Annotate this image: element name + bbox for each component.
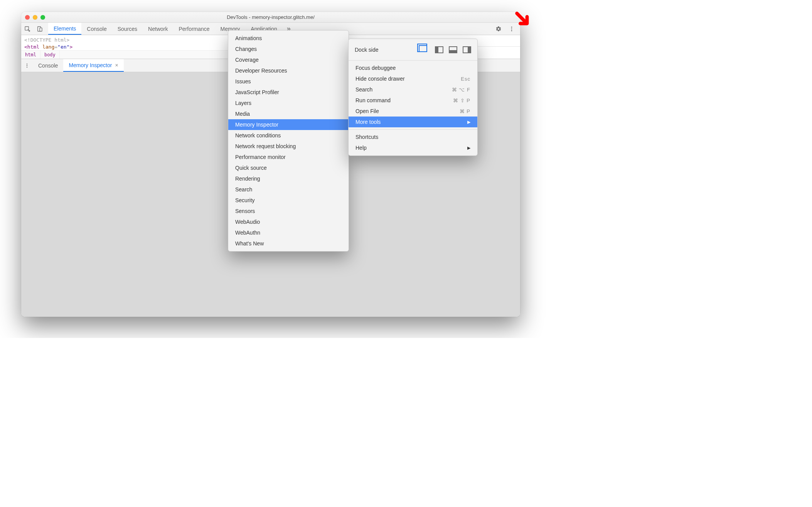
dom-breadcrumb: htmlbody (21, 50, 232, 59)
submenu-item-developer-resources[interactable]: Developer Resources (228, 65, 349, 76)
window-title: DevTools - memory-inspector.glitch.me/ (21, 14, 520, 20)
submenu-item-security[interactable]: Security (228, 195, 349, 206)
dom-tree-pane[interactable]: <!DOCTYPE html> <html lang="en"> htmlbod… (21, 35, 232, 59)
menu-item-run-command[interactable]: Run command⌘ ⇧ P (349, 95, 477, 106)
breadcrumb-body[interactable]: body (40, 51, 60, 59)
submenu-item-what's-new[interactable]: What's New (228, 238, 349, 249)
zoom-window-button[interactable] (40, 15, 45, 20)
tab-console[interactable]: Console (81, 23, 112, 35)
submenu-item-coverage[interactable]: Coverage (228, 54, 349, 65)
submenu-item-javascript-profiler[interactable]: JavaScript Profiler (228, 87, 349, 98)
dock-side-row: Dock side (349, 41, 477, 58)
menu-shortcut: ⌘ ⌥ F (452, 87, 470, 93)
submenu-item-rendering[interactable]: Rendering (228, 173, 349, 184)
menu-item-shortcuts[interactable]: Shortcuts (349, 132, 477, 142)
minimize-window-button[interactable] (33, 15, 37, 20)
submenu-item-performance-monitor[interactable]: Performance monitor (228, 152, 349, 162)
inspect-element-icon[interactable] (21, 23, 34, 35)
submenu-item-changes[interactable]: Changes (228, 44, 349, 54)
tab-sources[interactable]: Sources (112, 23, 143, 35)
dock-right-icon[interactable] (463, 46, 471, 53)
menu-item-help[interactable]: Help▶ (349, 142, 477, 153)
submenu-item-sensors[interactable]: Sensors (228, 206, 349, 216)
menu-separator (349, 60, 477, 61)
chevron-right-icon: ▶ (467, 145, 470, 150)
tab-network[interactable]: Network (143, 23, 173, 35)
submenu-item-network-conditions[interactable]: Network conditions (228, 130, 349, 141)
dock-undock-icon[interactable] (419, 45, 430, 54)
menu-item-focus-debuggee[interactable]: Focus debuggee (349, 63, 477, 73)
dom-doctype: <!DOCTYPE html> (24, 37, 69, 43)
svg-point-7 (27, 65, 27, 66)
dom-html-tag[interactable]: <html lang="en"> (24, 44, 229, 51)
kebab-menu-icon[interactable] (505, 26, 518, 32)
settings-gear-icon[interactable] (492, 26, 505, 32)
dock-side-label: Dock side (355, 47, 378, 53)
submenu-item-quick-source[interactable]: Quick source (228, 162, 349, 173)
svg-point-3 (511, 27, 512, 28)
submenu-item-memory-inspector[interactable]: Memory Inspector (228, 119, 349, 130)
menu-item-search[interactable]: Search⌘ ⌥ F (349, 84, 477, 95)
drawer-kebab-icon[interactable] (21, 59, 33, 72)
submenu-item-webauthn[interactable]: WebAuthn (228, 227, 349, 238)
submenu-item-layers[interactable]: Layers (228, 98, 349, 108)
menu-item-hide-console-drawer[interactable]: Hide console drawerEsc (349, 73, 477, 84)
menu-shortcut: ⌘ P (460, 108, 470, 114)
submenu-item-webaudio[interactable]: WebAudio (228, 216, 349, 227)
svg-point-5 (511, 30, 512, 31)
drawer-tab-memory-inspector[interactable]: Memory Inspector× (63, 59, 123, 72)
submenu-item-issues[interactable]: Issues (228, 76, 349, 87)
dock-bottom-icon[interactable] (449, 46, 457, 53)
dock-left-icon[interactable] (435, 46, 443, 53)
submenu-item-media[interactable]: Media (228, 108, 349, 119)
menu-item-more-tools[interactable]: More tools▶ (349, 117, 477, 127)
drawer-tab-console[interactable]: Console (33, 59, 63, 72)
traffic-lights (25, 15, 45, 20)
more-tools-submenu: AnimationsChangesCoverageDeveloper Resou… (228, 30, 349, 252)
svg-point-8 (27, 66, 27, 67)
close-window-button[interactable] (25, 15, 30, 20)
chevron-right-icon: ▶ (467, 120, 470, 125)
tab-elements[interactable]: Elements (48, 23, 81, 35)
device-toolbar-icon[interactable] (34, 23, 46, 35)
breadcrumb-html[interactable]: html (21, 51, 40, 59)
svg-point-4 (511, 28, 512, 29)
submenu-item-search[interactable]: Search (228, 184, 349, 195)
close-icon[interactable]: × (115, 62, 118, 68)
submenu-item-network-request-blocking[interactable]: Network request blocking (228, 141, 349, 152)
menu-shortcut: Esc (461, 76, 470, 82)
svg-point-6 (27, 63, 27, 64)
menu-item-open-file[interactable]: Open File⌘ P (349, 106, 477, 117)
svg-rect-2 (40, 28, 42, 31)
tab-performance[interactable]: Performance (173, 23, 215, 35)
submenu-item-animations[interactable]: Animations (228, 33, 349, 44)
main-menu: Dock side Focus debuggeeHide console dra… (348, 39, 478, 156)
menu-shortcut: ⌘ ⇧ P (453, 98, 470, 103)
window-titlebar: DevTools - memory-inspector.glitch.me/ (21, 12, 520, 23)
menu-separator (349, 129, 477, 130)
